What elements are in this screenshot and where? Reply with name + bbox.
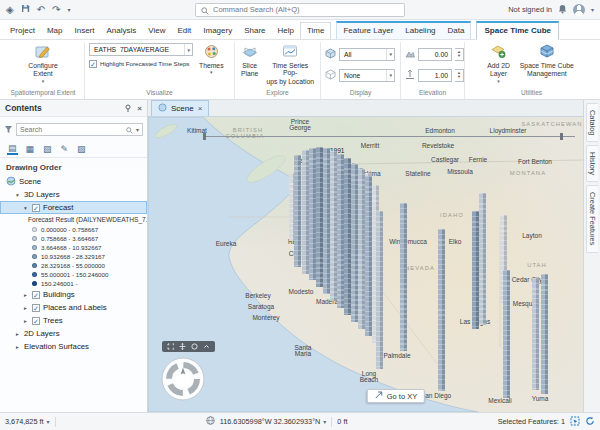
space-time-cube-management-button[interactable]: Space Time Cube Management (516, 43, 578, 79)
ribbon-tab-data[interactable]: Data (442, 23, 471, 39)
tree-item-2d-layers[interactable]: ▸ 2D Layers (0, 327, 147, 340)
selected-features-count[interactable]: Selected Features: 1 (498, 417, 565, 426)
dock-tab-create-features[interactable]: Create Features (586, 185, 598, 252)
expand-collapse-icon[interactable]: ▸ (22, 305, 29, 311)
expand-collapse-icon[interactable]: ▾ (22, 205, 29, 211)
legend-item[interactable]: 0.000000 - 0.758667 (0, 225, 147, 234)
space-time-column[interactable] (316, 147, 323, 287)
legend-item[interactable]: 0.758668 - 3.664667 (0, 234, 147, 243)
space-time-column[interactable] (337, 154, 344, 308)
collapse-chevron-icon[interactable] (203, 343, 210, 350)
dock-tab-catalog[interactable]: Catalog (586, 103, 598, 142)
elevation-offset-stepper[interactable]: ▲▼ (455, 48, 464, 61)
space-time-column[interactable] (365, 176, 372, 336)
slice-plane-button[interactable]: Slice Plane (239, 43, 260, 79)
dock-tab-history[interactable]: History (586, 145, 598, 182)
ribbon-tab-view[interactable]: View (142, 23, 171, 39)
space-time-column[interactable] (330, 151, 337, 301)
redo-icon[interactable]: ↷ (52, 4, 60, 15)
configure-extent-button[interactable]: Configure Extent ▾ (26, 43, 59, 85)
legend-item[interactable]: 10.932668 - 28.329167 (0, 252, 147, 261)
selection-icon[interactable] (570, 416, 580, 428)
expand-collapse-icon[interactable]: ▸ (22, 318, 29, 324)
display-all-dropdown[interactable]: All ▾ (339, 48, 395, 61)
camera-altitude[interactable]: 3,674,825 ft ▾ (5, 417, 50, 426)
scene-view[interactable]: 1/25/1991 (148, 117, 583, 412)
expand-collapse-icon[interactable]: ▸ (14, 344, 21, 350)
close-icon[interactable]: × (198, 104, 203, 113)
command-search-input[interactable] (213, 5, 399, 14)
list-by-editing-icon[interactable]: ✎ (60, 142, 70, 155)
ribbon-tab-insert[interactable]: Insert (68, 23, 100, 39)
notifications-bell-icon[interactable] (558, 4, 567, 16)
auto-hide-pin-icon[interactable] (124, 104, 132, 112)
legend-item[interactable]: 55.000001 - 150.246000 (0, 270, 147, 279)
ribbon-tab-feature-layer[interactable]: Feature Layer (337, 23, 399, 39)
space-time-column[interactable] (438, 229, 445, 391)
ribbon-tab-labeling[interactable]: Labeling (399, 23, 441, 39)
highlight-forecast-checkbox-row[interactable]: ✓ Highlight Forecasted Time Steps (89, 60, 193, 68)
space-time-column[interactable] (376, 211, 383, 369)
tree-item-buildings[interactable]: ▸ ✓ Buildings (0, 288, 147, 301)
tree-item-3d-layers[interactable]: ▾ 3D Layers (0, 188, 147, 201)
space-time-column[interactable] (309, 148, 316, 280)
tree-item-trees[interactable]: ▸ ✓ Trees (0, 314, 147, 327)
space-time-column[interactable] (532, 278, 539, 390)
ribbon-tab-edit[interactable]: Edit (171, 23, 197, 39)
ribbon-tab-imagery[interactable]: Imagery (197, 23, 238, 39)
space-time-column[interactable] (358, 169, 365, 329)
tree-item-elevation-surfaces[interactable]: ▸ Elevation Surfaces (0, 340, 147, 353)
chevron-down-icon[interactable]: ▾ (136, 126, 139, 133)
themes-button[interactable]: Themes ▾ (197, 43, 226, 77)
vertical-exaggeration-stepper[interactable]: ▲▼ (455, 69, 464, 82)
time-slider-start-handle[interactable] (203, 133, 206, 140)
go-to-xy-button[interactable]: Go to XY (367, 389, 425, 403)
space-time-column[interactable] (323, 148, 330, 294)
layer-checkbox[interactable]: ✓ (32, 304, 40, 312)
ribbon-tab-analysis[interactable]: Analysis (100, 23, 142, 39)
space-time-column[interactable] (400, 203, 407, 351)
layer-checkbox[interactable]: ✓ (32, 204, 40, 212)
ribbon-tab-project[interactable]: Project (4, 23, 41, 39)
list-by-drawing-order-icon[interactable]: ▤ (7, 142, 18, 155)
filter-funnel-icon[interactable] (4, 120, 13, 138)
list-by-snapping-icon[interactable]: ▨ (76, 142, 87, 155)
space-time-column[interactable] (351, 164, 358, 322)
legend-item[interactable]: 150.246001 - (0, 279, 147, 288)
time-slider-end-handle[interactable] (560, 133, 563, 140)
tree-item-scene[interactable]: Scene (0, 175, 147, 188)
qat-customize-icon[interactable]: ▾ (67, 6, 70, 13)
variable-dropdown[interactable]: EATHS_7DAYAVERAGE ▾ (89, 43, 193, 56)
expand-collapse-icon[interactable]: ▸ (14, 331, 21, 337)
space-time-column[interactable] (541, 274, 548, 394)
list-by-source-icon[interactable]: ▦ (25, 142, 36, 155)
orbit-icon[interactable] (191, 343, 198, 350)
space-time-column[interactable] (503, 270, 510, 398)
sign-in-status[interactable]: Not signed in (508, 5, 552, 14)
tab-space-time-cube[interactable]: Space Time Cube (476, 21, 559, 40)
contents-search[interactable]: ▾ (16, 123, 143, 136)
cursor-coordinates[interactable]: 116.6305998°W 32.3602933°N ▾ (220, 417, 327, 426)
elevation-offset-input[interactable]: 0.00 (418, 48, 452, 61)
checkbox-checked-icon[interactable]: ✓ (89, 60, 97, 68)
layer-checkbox[interactable]: ✓ (32, 317, 40, 325)
close-icon[interactable]: × (137, 104, 142, 113)
avatar[interactable] (573, 4, 585, 16)
full-extent-icon[interactable] (167, 343, 174, 350)
tree-item-forecast[interactable]: ▾ ✓ Forecast (0, 201, 147, 214)
pan-icon[interactable] (179, 343, 186, 350)
ribbon-tab-time[interactable]: Time (300, 22, 331, 39)
command-search[interactable] (195, 3, 405, 17)
navigation-compass[interactable] (160, 356, 206, 402)
ribbon-tab-share[interactable]: Share (238, 23, 271, 39)
expand-collapse-icon[interactable]: ▸ (22, 292, 29, 298)
layer-checkbox[interactable]: ✓ (32, 291, 40, 299)
add-2d-layer-button[interactable]: Add 2D Layer ▾ (485, 43, 512, 85)
time-slider[interactable] (203, 133, 575, 140)
space-time-column[interactable] (302, 150, 309, 274)
ribbon-tab-map[interactable]: Map (41, 23, 69, 39)
legend-item[interactable]: 3.664668 - 10.932667 (0, 243, 147, 252)
vertical-exaggeration-input[interactable]: 1.00 (418, 69, 452, 82)
display-none-dropdown[interactable]: None ▾ (339, 69, 395, 82)
time-series-popups-button[interactable]: Time Series Pop- ups by Location (264, 43, 316, 86)
